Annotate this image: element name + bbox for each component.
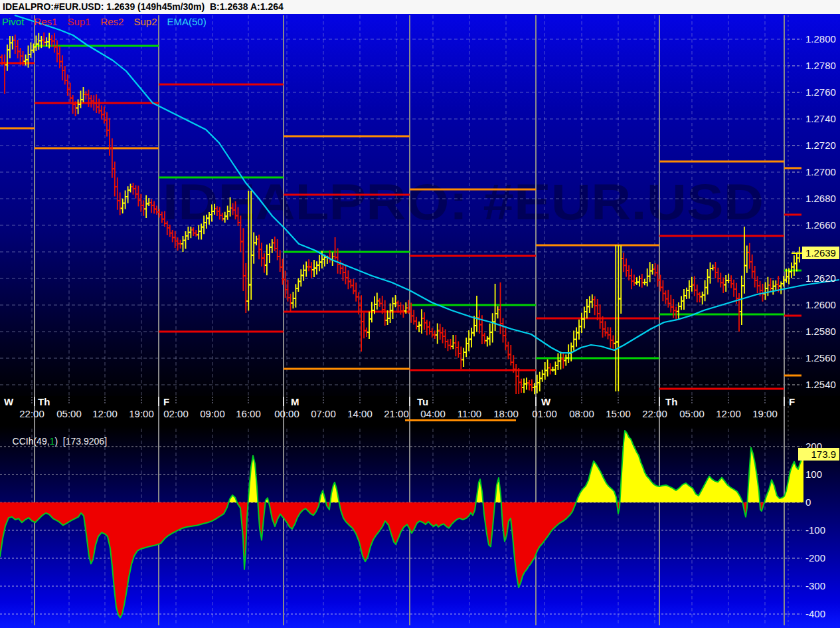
trading-chart-window: IDEALPRO: #EUR.USD1.28001.27801.27601.27… [0,0,840,628]
title-bar: IDEALPRO:#EUR.USD: 1.2639 (149h45m/30m) … [0,0,840,14]
cci-label-suffix: ) [54,436,62,447]
study-legend: PivotRes1Sup1Res2Sup2EMA(50) [2,16,216,27]
legend-item-sup1: Sup1 [67,16,90,27]
chart-title: IDEALPRO:#EUR.USD: 1.2639 (149h45m/30m) … [0,1,284,12]
main-chart-plot[interactable] [0,15,787,396]
cci-label-value: [173.9206] [63,436,107,447]
legend-item-res1: Res1 [34,16,57,27]
cci-label-prefix: CCIh(49, [13,436,50,447]
legend-item-res2: Res2 [100,16,124,27]
cci-study-label: CCIh(49,1) [173.9206] [2,425,107,457]
legend-item-pivot: Pivot [2,16,24,27]
cci-plot[interactable] [0,424,787,625]
svg-text:F: F [789,396,795,407]
chart-canvas: IDEALPRO: #EUR.USD1.28001.27801.27601.27… [0,0,840,628]
legend-item-sup2: Sup2 [133,16,157,27]
last-price-marker: 1.2639 [802,247,839,259]
cci-value-marker: 173.9 [798,448,839,461]
price-axis-scale[interactable] [787,15,840,396]
time-axis-scale[interactable] [0,396,787,424]
legend-item-ema-50-: EMA(50) [167,16,207,27]
